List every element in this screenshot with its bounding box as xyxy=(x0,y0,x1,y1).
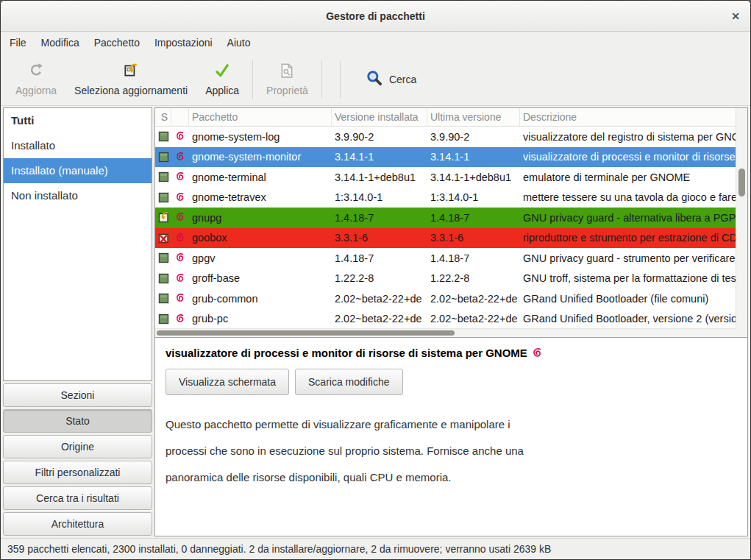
toolbar-separator xyxy=(340,60,341,99)
filter-category-button[interactable]: Architettura xyxy=(3,512,152,536)
installed-square-icon xyxy=(158,273,169,284)
toolbar-separator xyxy=(252,60,253,99)
installed-square-icon xyxy=(158,252,169,263)
properties-label: Proprietà xyxy=(266,85,308,96)
status-cell xyxy=(155,273,171,284)
table-row[interactable]: groff-base 1.22.2-8 1.22.2-8 GNU troff, … xyxy=(155,269,736,289)
description-line: Questo pacchetto permette di visualizzar… xyxy=(165,411,737,438)
debian-swirl-icon xyxy=(175,192,186,203)
table-row[interactable]: grub-pc 2.02~beta2-22+de 2.02~beta2-22+d… xyxy=(155,309,736,330)
debian-swirl-icon xyxy=(175,252,186,263)
latest-version: 3.14.1-1 xyxy=(427,151,520,163)
origin-cell xyxy=(171,293,189,304)
apply-check-icon xyxy=(214,63,230,81)
filter-category-button[interactable]: Filtri personalizzati xyxy=(3,461,152,484)
vertical-scrollbar[interactable] xyxy=(736,108,747,337)
installed-version: 3.14.1-1 xyxy=(332,151,427,163)
mark-all-upgrades-button[interactable]: Seleziona aggiornamenti xyxy=(65,59,196,100)
filter-category-button[interactable]: Origine xyxy=(3,435,152,458)
package-name: grub-pc xyxy=(189,313,332,325)
table-row[interactable]: gnome-tetravex 1:3.14.0-1 1:3.14.0-1 met… xyxy=(155,188,736,208)
search-icon xyxy=(366,69,383,89)
table-rows: gnome-system-log 3.9.90-2 3.9.90-2 visua… xyxy=(155,127,736,329)
properties-icon xyxy=(279,63,295,81)
menu-pacchetto[interactable]: Pacchetto xyxy=(87,33,147,52)
reload-button[interactable]: Aggiorna xyxy=(7,59,65,100)
table-row[interactable]: gnome-system-log 3.9.90-2 3.9.90-2 visua… xyxy=(155,127,736,147)
details-buttons: Visualizza schermata Scarica modifiche xyxy=(165,369,737,395)
apply-button[interactable]: Applica xyxy=(196,59,248,100)
close-button[interactable]: ✕ xyxy=(731,1,740,31)
debian-swirl-icon xyxy=(532,347,544,359)
column-header-latest-version[interactable]: Ultima versione xyxy=(427,108,520,126)
filter-list-item[interactable]: Installato xyxy=(4,133,152,158)
installed-square-icon xyxy=(158,293,169,304)
latest-version: 2.02~beta2-22+de xyxy=(427,293,520,305)
status-cell xyxy=(155,313,171,325)
installed-square-icon xyxy=(158,152,169,163)
table-row[interactable]: gnome-system-monitor 3.14.1-1 3.14.1-1 v… xyxy=(155,147,736,168)
menu-file[interactable]: File xyxy=(2,33,34,52)
table-header: S Pacchetto Versione installata Ultima v… xyxy=(155,108,736,127)
package-description: GNU privacy guard - alternativa libera a… xyxy=(520,212,736,224)
properties-button[interactable]: Proprietà xyxy=(257,59,317,100)
table-row[interactable]: goobox 3.3.1-6 3.3.1-6 riproduttore e st… xyxy=(155,228,736,249)
description-line: processi che sono in esecuzione sul prop… xyxy=(165,438,737,464)
marked-reinstall-icon xyxy=(158,212,169,223)
column-header-package[interactable]: Pacchetto xyxy=(189,108,332,126)
package-name: goobox xyxy=(189,232,332,244)
latest-version: 1.4.18-7 xyxy=(427,252,520,264)
package-description: GRand Unified Bootloader, versione 2 (ve… xyxy=(520,313,736,325)
search-button[interactable]: Cerca xyxy=(355,63,427,95)
titlebar[interactable]: Gestore di pacchetti ✕ xyxy=(1,1,750,32)
origin-cell xyxy=(171,313,189,325)
installed-version: 3.9.90-2 xyxy=(332,131,427,143)
latest-version: 3.14.1-1+deb8u1 xyxy=(427,171,520,183)
latest-version: 2.02~beta2-22+de xyxy=(427,313,520,325)
filter-list-item[interactable]: Installato (manuale) xyxy=(4,158,152,183)
filter-list-item[interactable]: Tutti xyxy=(4,108,152,133)
latest-version: 1.22.2-8 xyxy=(427,272,520,284)
column-header-description[interactable]: Descrizione xyxy=(520,108,736,126)
package-description: mettere tessere su una tavola da gioco e… xyxy=(520,191,736,203)
package-name: groff-base xyxy=(189,272,332,284)
package-name: gnome-terminal xyxy=(189,171,332,183)
package-name: grub-common xyxy=(189,293,332,305)
installed-version: 2.02~beta2-22+de xyxy=(332,313,427,325)
table-row[interactable]: gnupg 1.4.18-7 1.4.18-7 GNU privacy guar… xyxy=(155,208,736,228)
origin-cell xyxy=(171,152,189,163)
filter-list-item[interactable]: Non installato xyxy=(4,183,152,208)
column-header-origin[interactable] xyxy=(171,108,189,126)
filter-category-button[interactable]: Cerca tra i risultati xyxy=(3,486,152,510)
package-name: gnome-system-monitor xyxy=(189,151,332,163)
reload-label: Aggiorna xyxy=(15,85,57,96)
latest-version: 1:3.14.0-1 xyxy=(427,191,520,203)
menu-aiuto[interactable]: Aiuto xyxy=(220,33,258,52)
filter-category-button[interactable]: Sezioni xyxy=(3,383,152,407)
vertical-scrollbar-thumb[interactable] xyxy=(738,169,745,196)
horizontal-scrollbar[interactable] xyxy=(155,328,736,337)
toolbar-separator xyxy=(321,60,322,99)
filter-buttons: Sezioni Stato Origine Filtri personalizz… xyxy=(3,383,152,536)
table-row[interactable]: grub-common 2.02~beta2-22+de 2.02~beta2-… xyxy=(155,288,736,309)
package-description: GRand Unified Bootloader (file comuni) xyxy=(520,293,736,305)
column-header-installed-version[interactable]: Versione installata xyxy=(332,108,427,126)
package-description: visualizzatore del registro di sistema p… xyxy=(520,131,736,143)
filter-category-button[interactable]: Stato xyxy=(3,409,152,433)
get-changelog-button[interactable]: Scarica modifiche xyxy=(295,369,403,395)
get-screenshot-button[interactable]: Visualizza schermata xyxy=(165,369,289,395)
column-header-status[interactable]: S xyxy=(155,108,171,126)
menu-impostazioni[interactable]: Impostazioni xyxy=(147,33,220,52)
table-row[interactable]: gpgv 1.4.18-7 1.4.18-7 GNU privacy guard… xyxy=(155,248,736,269)
package-description: GNU troff, sistema per la formattazione … xyxy=(520,272,736,284)
menu-modifica[interactable]: Modifica xyxy=(34,33,87,52)
origin-cell xyxy=(171,131,189,142)
installed-square-icon xyxy=(158,131,169,142)
package-description: riproduttore e strumento per estrazione … xyxy=(520,232,736,244)
installed-version: 1:3.14.0-1 xyxy=(332,191,427,203)
table-row[interactable]: gnome-terminal 3.14.1-1+deb8u1 3.14.1-1+… xyxy=(155,167,736,188)
search-label: Cerca xyxy=(389,74,416,85)
horizontal-scrollbar-thumb[interactable] xyxy=(157,330,455,336)
details-title: visualizzatore di processi e monitor di … xyxy=(165,347,737,359)
installed-version: 1.4.18-7 xyxy=(332,212,427,224)
